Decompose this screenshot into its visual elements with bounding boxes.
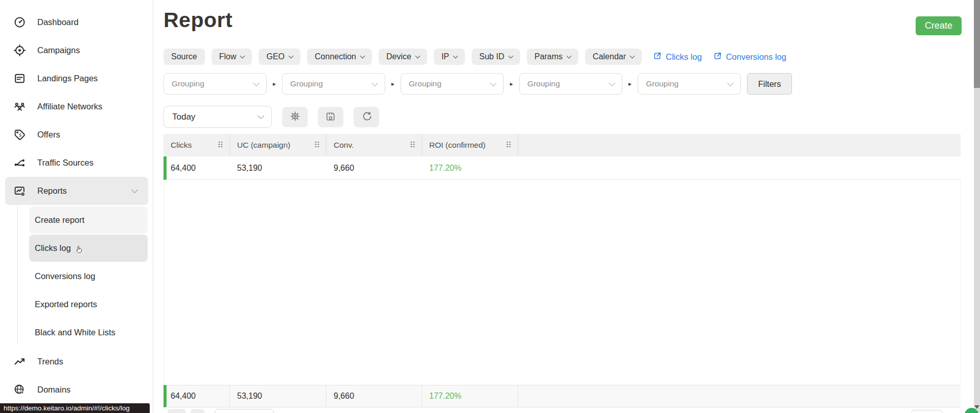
filter-chip-flow[interactable]: Flow bbox=[212, 49, 252, 65]
sidebar-item-conversions-log[interactable]: Conversions log bbox=[29, 263, 148, 290]
date-range-value: Today bbox=[172, 112, 195, 122]
grouping-separator-icon: ▸ bbox=[391, 80, 394, 87]
external-link-icon bbox=[713, 52, 722, 62]
chevron-down-icon bbox=[289, 54, 294, 59]
scrollbar-thumb[interactable] bbox=[974, 0, 980, 88]
grouping-select-4[interactable]: Grouping bbox=[519, 73, 622, 95]
external-link-icon bbox=[653, 52, 662, 62]
sidebar-item-black-white-lists[interactable]: Black and White Lists bbox=[29, 319, 148, 346]
sidebar-item-landing-pages[interactable]: Landings Pages bbox=[0, 64, 153, 93]
affiliate-networks-icon bbox=[13, 100, 26, 113]
sidebar-item-label: Dashboard bbox=[37, 17, 79, 27]
keitaro-app: Dashboard Campaigns Landings Pages Affil… bbox=[0, 0, 980, 413]
rows-per-page-select[interactable] bbox=[215, 409, 274, 413]
sidebar-item-affiliate-networks[interactable]: Affiliate Networks bbox=[0, 93, 153, 121]
grouping-separator-icon: ▸ bbox=[628, 80, 632, 87]
clicks-log-link[interactable]: Clicks log bbox=[653, 52, 702, 62]
sidebar-item-domains[interactable]: Domains bbox=[0, 376, 153, 404]
footer-cell-roi-confirmed: 177.20% bbox=[422, 385, 518, 407]
sub-item-label: Create report bbox=[35, 215, 84, 225]
column-header-clicks[interactable]: Clicks bbox=[164, 134, 230, 156]
column-header-conv[interactable]: Conv. bbox=[326, 134, 422, 156]
sidebar-item-label: Campaigns bbox=[37, 45, 80, 55]
drag-handle-icon[interactable] bbox=[314, 141, 320, 150]
sidebar: Dashboard Campaigns Landings Pages Affil… bbox=[0, 0, 153, 413]
conversions-log-link[interactable]: Conversions log bbox=[713, 52, 786, 62]
table-row[interactable]: 64,400 53,190 9,660 177.20% bbox=[164, 156, 961, 180]
domains-icon bbox=[13, 383, 26, 397]
scrollbar-down-arrow-icon[interactable] bbox=[974, 405, 979, 409]
cell-uc-campaign: 53,190 bbox=[230, 156, 326, 179]
chip-label: Calendar bbox=[593, 52, 626, 61]
chevron-down-icon bbox=[567, 54, 572, 59]
column-label: UC (campaign) bbox=[237, 141, 290, 150]
filter-chip-params[interactable]: Params bbox=[527, 49, 578, 65]
filter-chip-source[interactable]: Source bbox=[164, 49, 205, 65]
grouping-select-5[interactable]: Grouping bbox=[638, 73, 741, 95]
footer-filler bbox=[518, 385, 961, 407]
page-title: Report bbox=[164, 8, 232, 32]
svg-text:$: $ bbox=[19, 132, 21, 137]
filter-chip-ip[interactable]: IP bbox=[434, 49, 465, 65]
filter-chip-connection[interactable]: Connection bbox=[307, 49, 372, 65]
chevron-down-icon bbox=[630, 54, 635, 59]
column-header-roi-confirmed[interactable]: ROI (confirmed) bbox=[422, 134, 518, 156]
sidebar-item-dashboard[interactable]: Dashboard bbox=[0, 8, 153, 36]
drag-handle-icon[interactable] bbox=[410, 141, 415, 150]
grouping-row: Grouping ▸ Grouping ▸ Grouping ▸ Groupin… bbox=[164, 73, 792, 95]
footer-cell-conv: 9,660 bbox=[326, 385, 422, 407]
sidebar-item-reports[interactable]: Reports bbox=[5, 177, 148, 205]
cell-conv: 9,660 bbox=[326, 156, 422, 179]
column-label: Clicks bbox=[171, 141, 192, 150]
chevron-down-icon bbox=[240, 54, 245, 59]
refresh-button[interactable] bbox=[354, 107, 379, 127]
sidebar-item-label: Affiliate Networks bbox=[37, 102, 102, 111]
link-label: Clicks log bbox=[666, 52, 702, 62]
sidebar-item-clicks-log[interactable]: Clicks log bbox=[29, 235, 148, 262]
grouping-separator-icon: ▸ bbox=[273, 80, 276, 87]
chevron-down-icon bbox=[371, 80, 378, 86]
grouping-select-2[interactable]: Grouping bbox=[282, 73, 385, 95]
pagination-right-control[interactable] bbox=[911, 410, 943, 413]
pagination-next-button[interactable] bbox=[191, 409, 204, 413]
filter-chip-geo[interactable]: GEO bbox=[259, 49, 300, 65]
sidebar-item-offers[interactable]: $ Offers bbox=[0, 121, 153, 149]
table-empty-area bbox=[164, 180, 961, 385]
save-report-button[interactable] bbox=[318, 107, 343, 127]
chevron-down-icon bbox=[131, 187, 138, 193]
filter-chip-sub-id[interactable]: Sub ID bbox=[472, 49, 520, 65]
sidebar-item-exported-reports[interactable]: Exported reports bbox=[29, 291, 148, 318]
sub-item-label: Black and White Lists bbox=[35, 328, 115, 337]
sidebar-item-trends[interactable]: Trends bbox=[0, 348, 153, 376]
chip-label: IP bbox=[441, 52, 449, 61]
settings-button[interactable] bbox=[282, 107, 308, 127]
main-content: Report Create Source Flow GEO Connection… bbox=[154, 0, 974, 413]
drag-handle-icon[interactable] bbox=[506, 141, 511, 150]
column-header-uc-campaign[interactable]: UC (campaign) bbox=[230, 134, 326, 156]
reports-submenu: Create report Clicks log Conversions log… bbox=[0, 205, 153, 348]
sidebar-item-label: Traffic Sources bbox=[37, 158, 94, 168]
sidebar-item-campaigns[interactable]: Campaigns bbox=[0, 36, 153, 64]
pagination-prev-button[interactable] bbox=[168, 409, 186, 413]
chip-label: Params bbox=[534, 52, 563, 61]
chevron-down-icon bbox=[490, 80, 497, 86]
grouping-select-3[interactable]: Grouping bbox=[401, 73, 504, 95]
sidebar-item-label: Domains bbox=[37, 385, 71, 395]
grouping-placeholder: Grouping bbox=[172, 79, 204, 88]
create-button[interactable]: Create bbox=[916, 16, 962, 35]
sub-item-label: Exported reports bbox=[35, 300, 97, 309]
sidebar-item-label: Trends bbox=[37, 357, 63, 366]
save-icon bbox=[325, 111, 336, 124]
chip-label: GEO bbox=[266, 52, 285, 61]
grouping-select-1[interactable]: Grouping bbox=[164, 73, 267, 95]
offers-icon: $ bbox=[13, 128, 26, 142]
filter-chip-device[interactable]: Device bbox=[379, 49, 427, 65]
date-range-select[interactable]: Today bbox=[164, 106, 272, 128]
vertical-scrollbar[interactable] bbox=[974, 0, 980, 413]
drag-handle-icon[interactable] bbox=[218, 141, 223, 150]
sidebar-item-create-report[interactable]: Create report bbox=[29, 206, 148, 234]
filters-button[interactable]: Filters bbox=[747, 73, 792, 95]
sidebar-item-traffic-sources[interactable]: Traffic Sources bbox=[0, 149, 153, 177]
hand-cursor-icon bbox=[75, 245, 84, 257]
filter-chip-calendar[interactable]: Calendar bbox=[585, 49, 642, 65]
